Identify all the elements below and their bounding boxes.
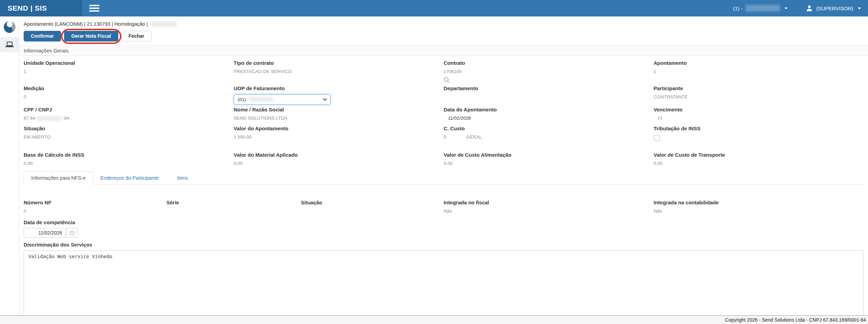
field-label: Número NF — [24, 200, 167, 205]
field-value — [167, 208, 301, 214]
field-value: 1.500,00 — [234, 134, 436, 140]
cost-center-code: 0 — [444, 134, 446, 140]
field-base-calculo-inss: Base de Cálculo de INSS 0,00 — [24, 152, 234, 167]
field-tributacao-inss: Tributação de INSS — [654, 125, 864, 142]
field-value: 0 — [24, 94, 226, 100]
copyright-text: Copyright 2026 - Send Solutions Ltda - C… — [725, 317, 866, 323]
field-integrada-fiscal: Integrada no fiscal Não — [444, 200, 654, 214]
nfse-fields-row: Número NF 0 Série Situação Integrada no … — [24, 200, 864, 214]
close-button[interactable]: Fechar — [121, 31, 152, 41]
field-participante: Participante CONTRATANTE — [654, 85, 864, 105]
field-value: 0,00 — [444, 161, 646, 167]
field-situacao: Situação EM ABERTO — [24, 125, 234, 142]
search-icon — [444, 77, 450, 83]
toolbar: Confirmar Gerar Nota Fiscal Fechar — [24, 31, 864, 41]
field-value — [444, 94, 646, 100]
tab-enderecos-participante[interactable]: Endereços do Participante — [93, 172, 166, 184]
field-cpf-cnpj: CPF / CNPJ 67.84-84 — [24, 107, 234, 121]
company-selector[interactable]: (1) - — [733, 5, 788, 12]
user-role-label: (SUPERVISOR) — [816, 5, 853, 11]
field-label: UOP de Faturamento — [234, 85, 436, 91]
tab-informacoes-nfse[interactable]: Informações para NFS-e — [24, 171, 93, 184]
cnpj-suffix: -84 — [63, 116, 70, 121]
redacted-company-name — [746, 5, 780, 12]
menu-toggle-button[interactable] — [87, 3, 101, 14]
field-value: / / — [654, 116, 856, 121]
field-valor-material: Valor do Material Aplicado 0,00 — [234, 152, 444, 167]
field-unidade-operacional: Unidade Operacional 1 — [24, 60, 234, 83]
field-c-custo: C. Custo 0 GERAL — [444, 125, 654, 142]
user-menu[interactable]: (SUPERVISOR) — [806, 4, 861, 12]
field-label: Situação — [301, 200, 444, 205]
field-vencimento: Vencimento / / — [654, 107, 864, 121]
field-label: Nome / Razão Social — [234, 107, 436, 112]
competencia-date-input[interactable] — [24, 228, 65, 238]
field-tipo-contrato: Tipo de contrato PRESTACAO DE SERVICO — [234, 60, 444, 83]
field-value: SEND SOLUTIONS LTDA — [234, 116, 436, 121]
breadcrumb: Apontamento (LANCONM) | 21.130793 | Homo… — [19, 16, 868, 27]
nfse-tab-panel: Número NF 0 Série Situação Integrada no … — [19, 184, 868, 315]
field-discriminacao-servicos: Discriminação dos Serviços Validação Web… — [24, 242, 864, 315]
field-numero-nf: Número NF 0 — [24, 200, 167, 214]
field-value: 0,00 — [654, 161, 856, 167]
field-label: Unidade Operacional — [24, 60, 226, 66]
field-label: Medição — [24, 85, 226, 91]
field-label: Integrada na contabilidade — [654, 200, 864, 205]
field-label: Participante — [654, 85, 856, 91]
field-contrato: Contrato 1706100 — [444, 60, 654, 83]
field-serie: Série — [167, 200, 301, 214]
app-window: SEND | SIS (1) - (SUPERVISOR) — [0, 0, 868, 324]
user-icon — [806, 4, 813, 12]
chevron-down-icon — [784, 8, 788, 9]
confirm-button[interactable]: Confirmar — [24, 31, 61, 41]
field-label: Departamento — [444, 85, 646, 91]
field-value: 1706100 — [444, 69, 646, 75]
field-valor-apontamento: Valor do Apontamento 1.500,00 — [234, 125, 444, 142]
field-label: Série — [167, 200, 301, 205]
field-label: Valor do Apontamento — [234, 125, 436, 131]
company-prefix-label: (1) - — [733, 5, 743, 11]
field-value: CONTRATANTE — [654, 94, 856, 100]
cost-center-description: GERAL — [466, 134, 482, 140]
field-value — [301, 208, 444, 214]
generate-invoice-wrapper: Gerar Nota Fiscal — [64, 31, 118, 41]
field-label: Contrato — [444, 60, 646, 66]
field-custo-transporte: Valor de Custo de Transporte 0,00 — [654, 152, 864, 167]
tab-itens[interactable]: Itens — [170, 172, 195, 184]
topbar: SEND | SIS (1) - (SUPERVISOR) — [0, 0, 868, 16]
field-value: 1 — [654, 69, 856, 75]
app-brand[interactable]: SEND | SIS — [0, 0, 82, 16]
field-value: EM ABERTO — [24, 134, 226, 140]
redacted-cnpj-digits — [37, 116, 61, 121]
calendar-button[interactable]: 31 — [67, 228, 77, 238]
cnpj-prefix: 67.84 — [24, 116, 35, 121]
uop-faturamento-select[interactable]: (01) — [234, 94, 330, 105]
field-label: Tipo de contrato — [234, 60, 436, 66]
service-description-textarea[interactable]: Validação Web service Vinhedo — [24, 250, 864, 315]
section-title: Informações Gerais — [19, 46, 868, 56]
redacted-option-text — [249, 97, 274, 102]
sidebar-item-workstation[interactable] — [0, 37, 19, 52]
field-label: Data do Apontamento — [444, 107, 646, 112]
chevron-down-icon — [323, 97, 327, 101]
inss-taxation-checkbox[interactable] — [654, 135, 660, 141]
breadcrumb-text: Apontamento (LANCONM) | 21.130793 | Homo… — [24, 21, 148, 27]
field-label: CPF / CNPJ — [24, 107, 226, 112]
field-label: C. Custo — [444, 125, 646, 131]
field-label: Base de Cálculo de INSS — [24, 152, 226, 158]
field-label: Tributação de INSS — [654, 125, 856, 131]
field-label: Apontamento — [654, 60, 856, 66]
field-value: Não — [654, 208, 864, 214]
field-custo-alimentacao: Valor de Custo Alimentação 0,00 — [444, 152, 654, 167]
field-uop-faturamento: UOP de Faturamento (01) — [234, 85, 444, 105]
contract-lookup-button[interactable] — [444, 77, 450, 83]
generate-invoice-button[interactable]: Gerar Nota Fiscal — [64, 31, 118, 41]
main-content: Apontamento (LANCONM) | 21.130793 | Homo… — [19, 16, 868, 315]
field-integrada-contabilidade: Integrada na contabilidade Não — [654, 200, 864, 214]
field-label: Vencimento — [654, 107, 856, 112]
field-apontamento: Apontamento 1 — [654, 60, 864, 83]
chevron-down-icon — [858, 8, 861, 9]
selected-option-label: (01) — [238, 97, 246, 102]
svg-text:31: 31 — [71, 233, 73, 235]
field-situacao-nf: Situação — [301, 200, 444, 214]
